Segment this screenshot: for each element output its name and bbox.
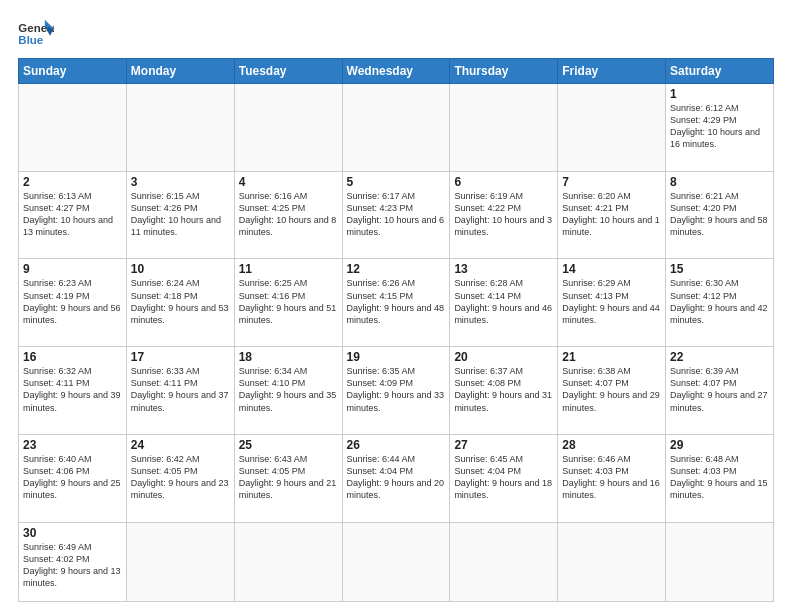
day-info: Sunrise: 6:29 AM Sunset: 4:13 PM Dayligh… xyxy=(562,277,661,326)
day-number: 7 xyxy=(562,175,661,189)
day-number: 28 xyxy=(562,438,661,452)
page: General Blue SundayMondayTuesdayWednesda… xyxy=(0,0,792,612)
day-info: Sunrise: 6:48 AM Sunset: 4:03 PM Dayligh… xyxy=(670,453,769,502)
day-info: Sunrise: 6:23 AM Sunset: 4:19 PM Dayligh… xyxy=(23,277,122,326)
day-number: 5 xyxy=(347,175,446,189)
calendar-week-row: 2Sunrise: 6:13 AM Sunset: 4:27 PM Daylig… xyxy=(19,171,774,259)
day-info: Sunrise: 6:49 AM Sunset: 4:02 PM Dayligh… xyxy=(23,541,122,590)
header: General Blue xyxy=(18,18,774,48)
calendar-cell: 29Sunrise: 6:48 AM Sunset: 4:03 PM Dayli… xyxy=(666,434,774,522)
day-info: Sunrise: 6:16 AM Sunset: 4:25 PM Dayligh… xyxy=(239,190,338,239)
calendar-cell: 2Sunrise: 6:13 AM Sunset: 4:27 PM Daylig… xyxy=(19,171,127,259)
weekday-header-monday: Monday xyxy=(126,59,234,84)
day-info: Sunrise: 6:26 AM Sunset: 4:15 PM Dayligh… xyxy=(347,277,446,326)
calendar-header-row: SundayMondayTuesdayWednesdayThursdayFrid… xyxy=(19,59,774,84)
weekday-header-saturday: Saturday xyxy=(666,59,774,84)
day-number: 21 xyxy=(562,350,661,364)
day-info: Sunrise: 6:20 AM Sunset: 4:21 PM Dayligh… xyxy=(562,190,661,239)
calendar-cell: 24Sunrise: 6:42 AM Sunset: 4:05 PM Dayli… xyxy=(126,434,234,522)
day-number: 4 xyxy=(239,175,338,189)
day-number: 18 xyxy=(239,350,338,364)
day-number: 24 xyxy=(131,438,230,452)
day-number: 17 xyxy=(131,350,230,364)
calendar-cell: 17Sunrise: 6:33 AM Sunset: 4:11 PM Dayli… xyxy=(126,347,234,435)
day-info: Sunrise: 6:21 AM Sunset: 4:20 PM Dayligh… xyxy=(670,190,769,239)
calendar-cell: 12Sunrise: 6:26 AM Sunset: 4:15 PM Dayli… xyxy=(342,259,450,347)
calendar-cell xyxy=(450,84,558,172)
calendar-cell xyxy=(666,522,774,601)
day-number: 25 xyxy=(239,438,338,452)
day-number: 22 xyxy=(670,350,769,364)
day-number: 20 xyxy=(454,350,553,364)
calendar-cell xyxy=(558,84,666,172)
weekday-header-thursday: Thursday xyxy=(450,59,558,84)
day-info: Sunrise: 6:46 AM Sunset: 4:03 PM Dayligh… xyxy=(562,453,661,502)
calendar-cell: 6Sunrise: 6:19 AM Sunset: 4:22 PM Daylig… xyxy=(450,171,558,259)
calendar-cell: 1Sunrise: 6:12 AM Sunset: 4:29 PM Daylig… xyxy=(666,84,774,172)
calendar-cell: 10Sunrise: 6:24 AM Sunset: 4:18 PM Dayli… xyxy=(126,259,234,347)
day-info: Sunrise: 6:13 AM Sunset: 4:27 PM Dayligh… xyxy=(23,190,122,239)
day-number: 6 xyxy=(454,175,553,189)
day-number: 15 xyxy=(670,262,769,276)
calendar-cell: 7Sunrise: 6:20 AM Sunset: 4:21 PM Daylig… xyxy=(558,171,666,259)
day-number: 27 xyxy=(454,438,553,452)
day-number: 30 xyxy=(23,526,122,540)
calendar-cell xyxy=(19,84,127,172)
calendar-cell: 5Sunrise: 6:17 AM Sunset: 4:23 PM Daylig… xyxy=(342,171,450,259)
calendar-cell: 21Sunrise: 6:38 AM Sunset: 4:07 PM Dayli… xyxy=(558,347,666,435)
day-info: Sunrise: 6:25 AM Sunset: 4:16 PM Dayligh… xyxy=(239,277,338,326)
calendar-cell: 15Sunrise: 6:30 AM Sunset: 4:12 PM Dayli… xyxy=(666,259,774,347)
calendar-cell: 27Sunrise: 6:45 AM Sunset: 4:04 PM Dayli… xyxy=(450,434,558,522)
day-info: Sunrise: 6:43 AM Sunset: 4:05 PM Dayligh… xyxy=(239,453,338,502)
weekday-header-friday: Friday xyxy=(558,59,666,84)
calendar-cell xyxy=(234,522,342,601)
weekday-header-wednesday: Wednesday xyxy=(342,59,450,84)
calendar-cell: 18Sunrise: 6:34 AM Sunset: 4:10 PM Dayli… xyxy=(234,347,342,435)
day-info: Sunrise: 6:40 AM Sunset: 4:06 PM Dayligh… xyxy=(23,453,122,502)
day-info: Sunrise: 6:15 AM Sunset: 4:26 PM Dayligh… xyxy=(131,190,230,239)
calendar-week-row: 23Sunrise: 6:40 AM Sunset: 4:06 PM Dayli… xyxy=(19,434,774,522)
calendar-cell: 23Sunrise: 6:40 AM Sunset: 4:06 PM Dayli… xyxy=(19,434,127,522)
svg-text:Blue: Blue xyxy=(18,34,43,46)
calendar-cell: 19Sunrise: 6:35 AM Sunset: 4:09 PM Dayli… xyxy=(342,347,450,435)
day-info: Sunrise: 6:24 AM Sunset: 4:18 PM Dayligh… xyxy=(131,277,230,326)
day-number: 2 xyxy=(23,175,122,189)
calendar-cell: 3Sunrise: 6:15 AM Sunset: 4:26 PM Daylig… xyxy=(126,171,234,259)
calendar-week-row: 1Sunrise: 6:12 AM Sunset: 4:29 PM Daylig… xyxy=(19,84,774,172)
calendar-cell: 4Sunrise: 6:16 AM Sunset: 4:25 PM Daylig… xyxy=(234,171,342,259)
day-info: Sunrise: 6:32 AM Sunset: 4:11 PM Dayligh… xyxy=(23,365,122,414)
day-info: Sunrise: 6:38 AM Sunset: 4:07 PM Dayligh… xyxy=(562,365,661,414)
weekday-header-tuesday: Tuesday xyxy=(234,59,342,84)
calendar-week-row: 16Sunrise: 6:32 AM Sunset: 4:11 PM Dayli… xyxy=(19,347,774,435)
calendar-cell: 8Sunrise: 6:21 AM Sunset: 4:20 PM Daylig… xyxy=(666,171,774,259)
day-number: 9 xyxy=(23,262,122,276)
calendar-cell xyxy=(342,522,450,601)
day-info: Sunrise: 6:44 AM Sunset: 4:04 PM Dayligh… xyxy=(347,453,446,502)
logo: General Blue xyxy=(18,18,54,48)
day-info: Sunrise: 6:45 AM Sunset: 4:04 PM Dayligh… xyxy=(454,453,553,502)
calendar-cell: 13Sunrise: 6:28 AM Sunset: 4:14 PM Dayli… xyxy=(450,259,558,347)
day-number: 8 xyxy=(670,175,769,189)
day-info: Sunrise: 6:19 AM Sunset: 4:22 PM Dayligh… xyxy=(454,190,553,239)
calendar-cell: 30Sunrise: 6:49 AM Sunset: 4:02 PM Dayli… xyxy=(19,522,127,601)
day-number: 19 xyxy=(347,350,446,364)
day-number: 11 xyxy=(239,262,338,276)
day-number: 26 xyxy=(347,438,446,452)
day-info: Sunrise: 6:35 AM Sunset: 4:09 PM Dayligh… xyxy=(347,365,446,414)
day-number: 10 xyxy=(131,262,230,276)
day-info: Sunrise: 6:39 AM Sunset: 4:07 PM Dayligh… xyxy=(670,365,769,414)
calendar-cell xyxy=(126,522,234,601)
calendar-cell: 14Sunrise: 6:29 AM Sunset: 4:13 PM Dayli… xyxy=(558,259,666,347)
day-number: 3 xyxy=(131,175,230,189)
day-number: 29 xyxy=(670,438,769,452)
day-number: 23 xyxy=(23,438,122,452)
calendar-cell: 20Sunrise: 6:37 AM Sunset: 4:08 PM Dayli… xyxy=(450,347,558,435)
calendar-cell xyxy=(234,84,342,172)
day-info: Sunrise: 6:30 AM Sunset: 4:12 PM Dayligh… xyxy=(670,277,769,326)
day-info: Sunrise: 6:33 AM Sunset: 4:11 PM Dayligh… xyxy=(131,365,230,414)
calendar-cell: 9Sunrise: 6:23 AM Sunset: 4:19 PM Daylig… xyxy=(19,259,127,347)
calendar-cell: 16Sunrise: 6:32 AM Sunset: 4:11 PM Dayli… xyxy=(19,347,127,435)
day-info: Sunrise: 6:28 AM Sunset: 4:14 PM Dayligh… xyxy=(454,277,553,326)
day-number: 1 xyxy=(670,87,769,101)
calendar-cell xyxy=(342,84,450,172)
